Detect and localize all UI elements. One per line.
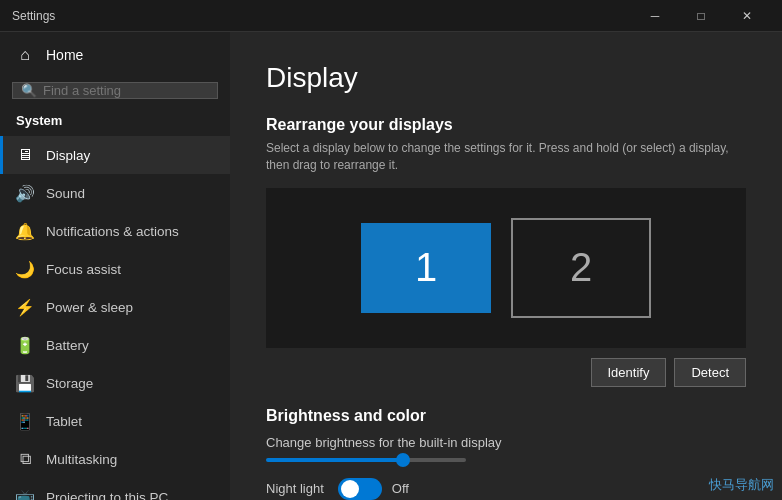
sidebar-section-label: System xyxy=(0,107,230,136)
projecting-icon: 📺 xyxy=(16,488,34,500)
app-body: ⌂ Home 🔍 System 🖥 Display 🔊 Sound 🔔 Noti… xyxy=(0,32,782,500)
sidebar-item-multitasking[interactable]: ⧉ Multitasking xyxy=(0,440,230,478)
night-light-row: Night light Off xyxy=(266,478,746,500)
sidebar-item-label: Display xyxy=(46,148,90,163)
display-icon: 🖥 xyxy=(16,146,34,164)
sidebar-item-power[interactable]: ⚡ Power & sleep xyxy=(0,288,230,326)
sidebar-item-projecting[interactable]: 📺 Projecting to this PC xyxy=(0,478,230,500)
display-1-label: 1 xyxy=(415,245,437,290)
sidebar-search-container: 🔍 xyxy=(12,82,218,99)
sidebar-item-label: Notifications & actions xyxy=(46,224,179,239)
display-1[interactable]: 1 xyxy=(361,223,491,313)
night-light-label: Night light xyxy=(266,481,324,496)
detect-button[interactable]: Detect xyxy=(674,358,746,387)
sidebar-item-storage[interactable]: 💾 Storage xyxy=(0,364,230,402)
display-2[interactable]: 2 xyxy=(511,218,651,318)
identify-button[interactable]: Identify xyxy=(591,358,667,387)
brightness-sublabel: Change brightness for the built-in displ… xyxy=(266,435,746,450)
sound-icon: 🔊 xyxy=(16,184,34,202)
sidebar-item-label: Tablet xyxy=(46,414,82,429)
toggle-knob xyxy=(341,480,359,498)
night-light-toggle-label: Off xyxy=(392,481,409,496)
page-title: Display xyxy=(266,62,746,94)
sidebar-item-battery[interactable]: 🔋 Battery xyxy=(0,326,230,364)
sidebar-home-label: Home xyxy=(46,47,83,63)
rearrange-title: Rearrange your displays xyxy=(266,116,746,134)
multitasking-icon: ⧉ xyxy=(16,450,34,468)
sidebar-item-label: Storage xyxy=(46,376,93,391)
minimize-button[interactable]: ─ xyxy=(632,0,678,32)
display-actions: Identify Detect xyxy=(266,358,746,387)
sidebar-item-sound[interactable]: 🔊 Sound xyxy=(0,174,230,212)
maximize-button[interactable]: □ xyxy=(678,0,724,32)
titlebar-controls: ─ □ ✕ xyxy=(632,0,770,32)
home-icon: ⌂ xyxy=(16,46,34,64)
titlebar: Settings ─ □ ✕ xyxy=(0,0,782,32)
brightness-section: Brightness and color Change brightness f… xyxy=(266,407,746,500)
focus-icon: 🌙 xyxy=(16,260,34,278)
sidebar-item-tablet[interactable]: 📱 Tablet xyxy=(0,402,230,440)
power-icon: ⚡ xyxy=(16,298,34,316)
rearrange-desc: Select a display below to change the set… xyxy=(266,140,746,174)
sidebar-item-notifications[interactable]: 🔔 Notifications & actions xyxy=(0,212,230,250)
sidebar-item-label: Sound xyxy=(46,186,85,201)
brightness-slider-container xyxy=(266,458,746,462)
watermark: 快马导航网 xyxy=(709,476,774,494)
storage-icon: 💾 xyxy=(16,374,34,392)
titlebar-title: Settings xyxy=(12,9,632,23)
search-input[interactable] xyxy=(43,83,211,98)
sidebar: ⌂ Home 🔍 System 🖥 Display 🔊 Sound 🔔 Noti… xyxy=(0,32,230,500)
display-2-label: 2 xyxy=(570,245,592,290)
display-preview-area: 1 2 xyxy=(266,188,746,348)
sidebar-item-focus[interactable]: 🌙 Focus assist xyxy=(0,250,230,288)
sidebar-item-label: Battery xyxy=(46,338,89,353)
battery-icon: 🔋 xyxy=(16,336,34,354)
sidebar-item-home[interactable]: ⌂ Home xyxy=(0,32,230,78)
close-button[interactable]: ✕ xyxy=(724,0,770,32)
tablet-icon: 📱 xyxy=(16,412,34,430)
brightness-title: Brightness and color xyxy=(266,407,746,425)
main-content: Display Rearrange your displays Select a… xyxy=(230,32,782,500)
search-icon: 🔍 xyxy=(21,83,37,98)
sidebar-item-label: Projecting to this PC xyxy=(46,490,168,501)
sidebar-item-label: Power & sleep xyxy=(46,300,133,315)
sidebar-item-label: Multitasking xyxy=(46,452,117,467)
sidebar-item-display[interactable]: 🖥 Display xyxy=(0,136,230,174)
notifications-icon: 🔔 xyxy=(16,222,34,240)
brightness-slider[interactable] xyxy=(266,458,466,462)
sidebar-item-label: Focus assist xyxy=(46,262,121,277)
night-light-toggle[interactable] xyxy=(338,478,382,500)
